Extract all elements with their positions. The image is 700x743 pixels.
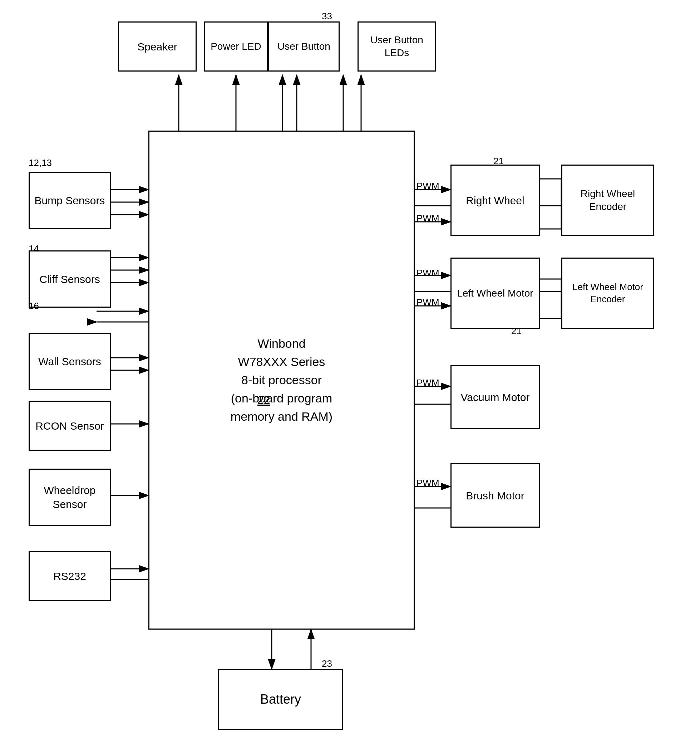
pwm5-label: PWM [416,377,439,388]
rs232-block: RS232 [29,551,111,601]
ref-33-label: 33 [322,11,332,22]
bump-sensors-block: Bump Sensors [29,172,111,229]
pwm1-label: PWM [416,181,439,192]
cliff-sensors-block: Cliff Sensors [29,250,111,308]
pwm2-label: PWM [416,213,439,224]
left-wheel-encoder-block: Left Wheel Motor Encoder [561,258,654,329]
pwm6-label: PWM [416,478,439,488]
ref-12-13-label: 12,13 [29,157,52,169]
right-wheel-block: Right Wheel [450,164,540,236]
user-button-block: User Button [268,21,340,71]
diagram: Speaker Power LED User Button 33 User Bu… [0,0,700,743]
brush-motor-block: Brush Motor [450,463,540,528]
right-wheel-encoder-block: Right Wheel Encoder [561,164,654,236]
user-button-leds-block: User Button LEDs [357,21,436,71]
vacuum-motor-block: Vacuum Motor [450,365,540,429]
wheeldrop-sensor-block: Wheeldrop Sensor [29,469,111,526]
pwm4-label: PWM [416,297,439,308]
ref-23-label: 23 [322,658,332,669]
processor-block: Winbond W78XXX Series 8-bit processor (o… [148,130,415,630]
ref-16-label: 16 [29,300,39,312]
speaker-block: Speaker [118,21,196,71]
ref-22-label: 22 [257,394,270,407]
battery-block: Battery [218,669,343,730]
rcon-sensor-block: RCON Sensor [29,401,111,451]
pwm3-label: PWM [416,268,439,279]
power-led-block: Power LED [204,21,268,71]
wall-sensors-block: Wall Sensors [29,333,111,390]
left-wheel-motor-block: Left Wheel Motor [450,258,540,329]
